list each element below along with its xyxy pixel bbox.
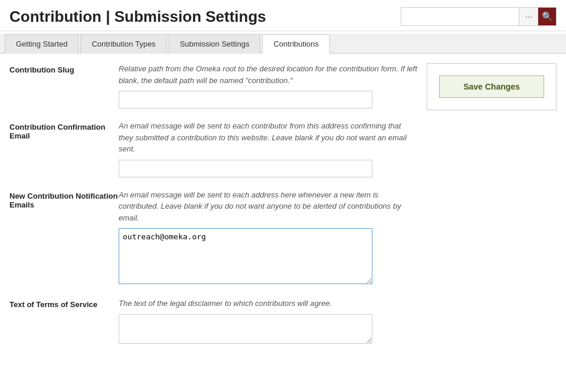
contribution-slug-label: Contribution Slug <box>9 63 119 74</box>
page-header: Contribution | Submission Settings ··· 🔍 <box>0 0 566 31</box>
contribution-slug-description: Relative path from the Omeka root to the… <box>119 63 417 86</box>
dots-icon: ··· <box>525 12 532 21</box>
search-button[interactable]: 🔍 <box>538 7 557 26</box>
notification-emails-description: An email message will be sent to each ad… <box>119 189 417 224</box>
terms-of-service-description: The text of the legal disclaimer to whic… <box>119 298 417 309</box>
notification-emails-textarea[interactable]: outreach@omeka.org <box>119 228 372 284</box>
form-area: Contribution Slug Relative path from the… <box>9 63 417 357</box>
notification-emails-row: New Contribution Notification Emails An … <box>9 189 417 286</box>
confirmation-email-input[interactable] <box>119 160 372 177</box>
contribution-slug-field: Relative path from the Omeka root to the… <box>119 63 417 108</box>
tab-bar: Getting Started Contribution Types Submi… <box>0 34 566 54</box>
notification-emails-label: New Contribution Notification Emails <box>9 189 119 209</box>
tab-contributions[interactable]: Contributions <box>262 34 330 54</box>
sidebar: Save Changes <box>427 63 557 357</box>
search-icon: 🔍 <box>542 11 553 22</box>
tab-getting-started[interactable]: Getting Started <box>5 34 78 54</box>
confirmation-email-field: An email message will be sent to each co… <box>119 120 417 177</box>
terms-of-service-textarea[interactable] <box>119 314 372 344</box>
search-input[interactable] <box>401 7 519 26</box>
header-search-area: ··· 🔍 <box>401 7 557 26</box>
confirmation-email-row: Contribution Confirmation Email An email… <box>9 120 417 177</box>
terms-of-service-row: Text of Terms of Service The text of the… <box>9 298 417 345</box>
contribution-slug-row: Contribution Slug Relative path from the… <box>9 63 417 108</box>
confirmation-email-description: An email message will be sent to each co… <box>119 120 417 155</box>
tab-contribution-types[interactable]: Contribution Types <box>80 34 166 54</box>
confirmation-email-label: Contribution Confirmation Email <box>9 120 119 140</box>
save-box: Save Changes <box>427 63 557 110</box>
main-content: Contribution Slug Relative path from the… <box>0 54 566 367</box>
terms-of-service-field: The text of the legal disclaimer to whic… <box>119 298 417 345</box>
page-title: Contribution | Submission Settings <box>9 8 266 26</box>
save-changes-button[interactable]: Save Changes <box>439 75 544 98</box>
terms-of-service-label: Text of Terms of Service <box>9 298 119 309</box>
contribution-slug-input[interactable] <box>119 91 372 108</box>
tab-submission-settings[interactable]: Submission Settings <box>169 34 261 54</box>
search-options-button[interactable]: ··· <box>519 7 538 26</box>
notification-emails-field: An email message will be sent to each ad… <box>119 189 417 286</box>
